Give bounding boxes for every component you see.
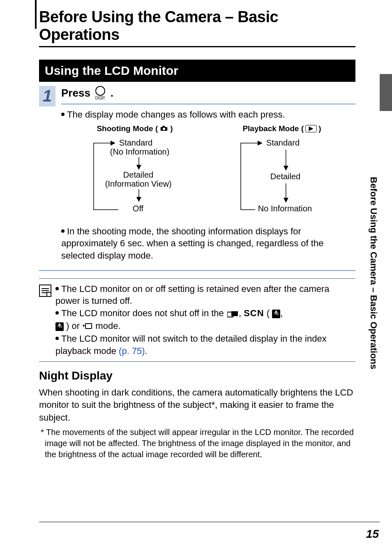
play-detailed: Detailed <box>270 172 300 181</box>
note-3: The LCD monitor will not switch to the d… <box>55 333 355 357</box>
note-2-sep1: , <box>239 308 244 318</box>
playback-flow: Standard Detailed No Information <box>211 136 353 218</box>
step-1: 1 Press DISP. . The display mode changes… <box>39 86 355 271</box>
note-1-text: The LCD monitor on or off setting is ret… <box>55 284 330 306</box>
camera-icon <box>160 124 168 133</box>
note-icon <box>39 285 51 297</box>
side-label: Before Using the Camera – Basic Operatio… <box>368 177 379 369</box>
play-standard: Standard <box>266 138 300 147</box>
note-2-sep2: , <box>280 308 283 318</box>
note-3-text: The LCD monitor will not switch to the d… <box>55 333 327 356</box>
svg-point-2 <box>163 127 165 130</box>
iso-auto-icon: A <box>272 310 280 318</box>
note-3-period: . <box>145 346 148 356</box>
svg-rect-16 <box>86 324 91 328</box>
shoot-standard: Standard <box>119 138 152 147</box>
title-rule <box>35 0 37 29</box>
footer-rule <box>39 522 380 523</box>
page-number: 15 <box>366 528 379 541</box>
svg-text:S: S <box>60 325 62 328</box>
press-label: Press <box>61 87 90 99</box>
night-display-heading: Night Display <box>39 369 355 382</box>
shooting-title-pre: Shooting Mode ( <box>97 124 158 133</box>
bullet-6sec: In the shooting mode, the shooting infor… <box>61 225 355 262</box>
playback-title-post: ) <box>318 124 321 133</box>
step-instruction: Press DISP. . <box>61 86 355 104</box>
bullet-display-mode: The display mode changes as follows with… <box>61 109 355 121</box>
page-link-75[interactable]: (p. 75) <box>119 346 145 356</box>
step-number: 1 <box>39 86 55 106</box>
shooting-mode-column: Shooting Mode ( ) <box>64 124 205 220</box>
section-heading: Using the LCD Monitor <box>39 60 355 82</box>
bullet-2-text: In the shooting mode, the shooting infor… <box>61 226 323 261</box>
shoot-infoview: (Information View) <box>105 179 172 188</box>
night-display-footnote: * The movements of the subject will appe… <box>39 427 355 460</box>
press-suffix: . <box>111 87 113 99</box>
play-noinfo: No Information <box>258 204 312 213</box>
bullet-1-text: The display mode changes as follows with… <box>67 109 285 120</box>
playback-icon <box>305 125 317 132</box>
disp-button-icon: DISP. <box>95 86 106 100</box>
playback-mode-column: Playback Mode ( ) Standard Detailed N <box>211 124 353 220</box>
side-tab <box>380 74 392 111</box>
svg-marker-6 <box>309 126 314 131</box>
stitch-assist-icon <box>227 308 238 320</box>
mode-diagram: Shooting Mode ( ) <box>61 124 355 220</box>
svg-text:A: A <box>277 312 279 315</box>
notes-box: The LCD monitor on or off setting is ret… <box>39 278 355 362</box>
playback-title-pre: Playback Mode ( <box>242 124 304 133</box>
note-2: The LCD monitor does not shut off in the… <box>55 307 355 333</box>
disp-caption: DISP. <box>95 96 106 100</box>
shooting-title-post: ) <box>170 124 173 133</box>
movie-icon <box>83 321 92 333</box>
shoot-off: Off <box>133 204 144 213</box>
iso-shift-icon: S <box>55 322 64 331</box>
chapter-title: Before Using the Camera – Basic Operatio… <box>39 8 355 47</box>
svg-rect-1 <box>162 126 165 127</box>
scn-label: SCN <box>244 308 264 318</box>
note-2-mode: mode. <box>93 321 120 331</box>
note-1: The LCD monitor on or off setting is ret… <box>55 283 355 307</box>
shoot-detailed: Detailed <box>123 170 153 179</box>
shoot-noinfo: (No Information) <box>110 147 170 156</box>
note-2-or: ) or <box>64 321 82 331</box>
page-content: Before Using the Camera – Basic Operatio… <box>39 8 355 460</box>
svg-marker-14 <box>83 324 85 327</box>
night-display-para: When shooting in dark conditions, the ca… <box>39 386 355 424</box>
shooting-flow: Standard (No Information) Detailed (Info… <box>64 136 205 218</box>
svg-rect-11 <box>231 311 238 316</box>
note-2-paren: ( <box>264 308 272 318</box>
note-2-text-a: The LCD monitor does not shut off in the <box>61 308 226 318</box>
